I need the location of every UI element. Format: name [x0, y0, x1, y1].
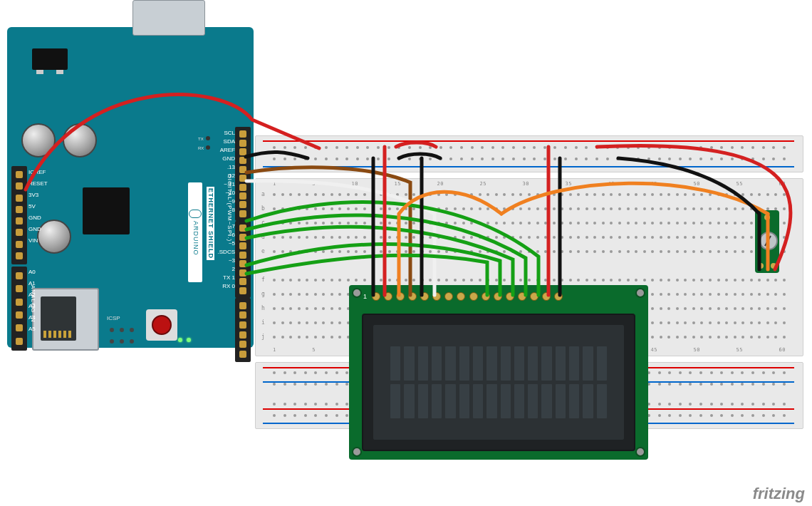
pin-label: 7 [232, 224, 235, 229]
txrx-leds: TX RX [198, 134, 214, 153]
pin-label: IOREF [28, 170, 46, 175]
arduino-logo-icon [189, 210, 202, 218]
ethernet-shield-label: ETHERNET SHIELD [207, 187, 214, 260]
lcd-char-cell [390, 384, 400, 418]
header-pin [239, 201, 246, 208]
lcd-char-cell [432, 384, 442, 418]
header-pin [16, 182, 23, 190]
lcd-char-cell [501, 384, 511, 418]
lcd-char-grid [390, 346, 607, 418]
header-pin [239, 192, 246, 200]
icsp-label: ICSP [107, 316, 120, 321]
pin-label: ~6 [229, 232, 235, 238]
icsp-header [108, 326, 135, 345]
pin-label: ~9 [229, 199, 235, 205]
header-pin [16, 311, 23, 319]
lcd-char-cell [541, 346, 551, 381]
breadboard-col-number: 40 [608, 182, 615, 187]
trim-potentiometer [755, 210, 779, 273]
lcd-pin [384, 292, 392, 301]
header-pin [239, 311, 246, 319]
pin-label: 5V [28, 204, 36, 210]
sd-card-icon [41, 296, 76, 341]
header-pin [239, 331, 246, 339]
lcd-mount-hole [635, 447, 645, 457]
header-pin [239, 242, 246, 249]
lcd-char-cell [514, 384, 524, 418]
breadboard-row-label: g [261, 291, 265, 297]
lcd-16x2-module: 1 [349, 285, 648, 460]
header-pin [239, 130, 246, 138]
lcd-char-cell [569, 384, 579, 418]
breadboard-col-number: 5 [312, 182, 316, 187]
header-pin [239, 210, 246, 217]
pin-label: TX 1 [223, 275, 235, 281]
pin-label: .SDCS [218, 249, 235, 255]
trimpot-knob-icon[interactable] [759, 232, 778, 250]
lcd-char-cell [404, 346, 414, 381]
breadboard-col-number: 50 [694, 182, 700, 187]
lcd-pin [457, 292, 465, 301]
pin-label: RESET [28, 181, 48, 187]
lcd-mount-hole [635, 288, 645, 298]
lcd-char-cell [556, 346, 566, 381]
header-pin [239, 224, 246, 232]
lcd-char-cell [445, 384, 455, 418]
fritzing-watermark: fritzing [753, 486, 805, 502]
pin-label: .13 [227, 165, 235, 170]
lcd-char-cell [541, 384, 551, 418]
ethernet-jack-icon [132, 0, 205, 36]
header-pin [239, 175, 246, 182]
header-pin [16, 206, 23, 213]
breadboard-top-rail [255, 135, 803, 172]
lcd-char-cell [473, 346, 483, 381]
lcd-char-cell [486, 346, 496, 381]
sd-card-slot-icon [32, 288, 99, 351]
breadboard-col-number: 55 [736, 182, 743, 187]
lcd-char-cell [569, 346, 579, 381]
lcd-pin [494, 292, 502, 301]
lcd-char-cell [528, 346, 538, 381]
lcd-char-cell [528, 384, 538, 418]
trimpot-pin-top [764, 215, 770, 220]
breadboard-col-number: 20 [437, 182, 444, 187]
lcd-pin [506, 292, 514, 301]
header-pin [239, 321, 246, 329]
header-serial [235, 298, 251, 362]
breadboard-row-label: d [261, 234, 265, 240]
breadboard-col-number: 1 [273, 348, 276, 353]
header-analog [11, 267, 27, 351]
breadboard-col-number: 50 [694, 348, 700, 353]
breadboard-row-label: c [261, 220, 265, 226]
lcd-char-cell [473, 384, 483, 418]
reset-button[interactable] [146, 309, 177, 341]
lcd-char-cell [583, 346, 593, 381]
header-digital-high [235, 127, 251, 221]
pin-label: 2 [232, 267, 235, 272]
lcd-char-cell [390, 346, 400, 381]
pin-label: AREF [220, 148, 235, 153]
pin-label: GND [28, 215, 41, 221]
pin-label: 8 [232, 207, 235, 213]
header-pin [239, 184, 246, 191]
breadboard-row-label: j [261, 334, 265, 340]
trimpot-pin-bottom-left [758, 263, 764, 269]
lcd-pin [482, 292, 490, 301]
header-pin [239, 260, 246, 267]
pin-label: .12 [227, 173, 235, 179]
lcd-pin [518, 292, 526, 301]
header-pin [239, 234, 246, 241]
pin-label: A0 [28, 269, 36, 275]
breadboard-col-number: 60 [779, 348, 786, 353]
lcd-pin [372, 292, 380, 301]
pin-label: ~5 [229, 241, 235, 247]
trimpot-pin-bottom-right [771, 263, 776, 269]
lcd-char-cell [556, 384, 566, 418]
pin-label: ~.11 [224, 182, 235, 187]
lcd-pin-row [372, 292, 563, 306]
lcd-mount-hole [352, 447, 362, 457]
lcd-pin [444, 292, 453, 301]
arduino-brand-strip: ARDUINO [188, 182, 202, 282]
pin-label: RX 0 [222, 284, 235, 289]
pin-label: VIN [28, 238, 38, 244]
